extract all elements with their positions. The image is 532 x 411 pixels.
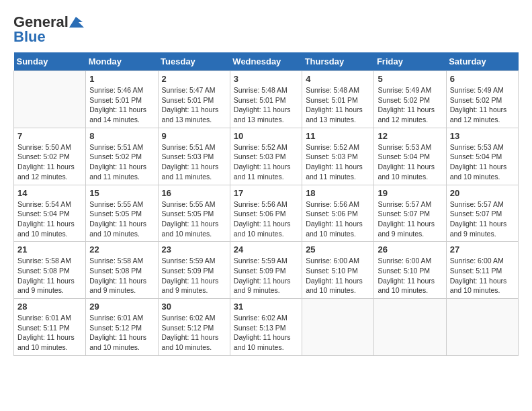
calendar-week-row: 1Sunrise: 5:46 AM Sunset: 5:01 PM Daylig… <box>14 71 519 128</box>
day-info: Sunrise: 5:56 AM Sunset: 5:06 PM Dayligh… <box>234 199 298 239</box>
day-info: Sunrise: 5:54 AM Sunset: 5:04 PM Dayligh… <box>17 199 82 239</box>
day-number: 26 <box>378 244 442 255</box>
day-number: 24 <box>234 244 298 255</box>
calendar-day-cell: 21Sunrise: 5:58 AM Sunset: 5:08 PM Dayli… <box>14 242 86 299</box>
svg-marker-0 <box>69 17 84 28</box>
calendar-day-cell: 28Sunrise: 6:01 AM Sunset: 5:11 PM Dayli… <box>14 299 86 356</box>
calendar-day-cell: 8Sunrise: 5:51 AM Sunset: 5:02 PM Daylig… <box>86 128 158 185</box>
day-info: Sunrise: 6:01 AM Sunset: 5:12 PM Dayligh… <box>89 313 154 353</box>
calendar-day-cell: 10Sunrise: 5:52 AM Sunset: 5:03 PM Dayli… <box>230 128 302 185</box>
calendar-day-cell: 24Sunrise: 5:59 AM Sunset: 5:09 PM Dayli… <box>230 242 302 299</box>
day-info: Sunrise: 5:51 AM Sunset: 5:03 PM Dayligh… <box>162 142 226 182</box>
day-number: 25 <box>306 244 370 255</box>
day-number: 9 <box>162 131 226 141</box>
weekday-header-cell: Monday <box>86 52 158 71</box>
day-number: 7 <box>17 131 82 141</box>
day-number: 31 <box>234 302 298 312</box>
calendar-day-cell: 5Sunrise: 5:49 AM Sunset: 5:02 PM Daylig… <box>374 71 446 128</box>
day-info: Sunrise: 5:50 AM Sunset: 5:02 PM Dayligh… <box>17 142 82 182</box>
calendar-day-cell <box>374 299 446 356</box>
day-info: Sunrise: 5:53 AM Sunset: 5:04 PM Dayligh… <box>378 142 442 182</box>
day-info: Sunrise: 5:51 AM Sunset: 5:02 PM Dayligh… <box>89 142 154 182</box>
day-number: 19 <box>378 188 442 198</box>
logo-blue: Blue <box>13 28 46 46</box>
page-header: General Blue <box>13 13 519 46</box>
calendar-day-cell: 30Sunrise: 6:02 AM Sunset: 5:12 PM Dayli… <box>158 299 230 356</box>
weekday-header-cell: Friday <box>374 52 446 71</box>
day-number: 15 <box>89 188 154 198</box>
day-info: Sunrise: 5:58 AM Sunset: 5:08 PM Dayligh… <box>89 256 154 295</box>
day-number: 10 <box>234 131 298 141</box>
calendar-day-cell <box>14 71 86 128</box>
calendar-table: SundayMondayTuesdayWednesdayThursdayFrid… <box>13 52 519 356</box>
day-info: Sunrise: 5:57 AM Sunset: 5:07 PM Dayligh… <box>378 199 442 239</box>
calendar-week-row: 7Sunrise: 5:50 AM Sunset: 5:02 PM Daylig… <box>14 128 519 185</box>
calendar-day-cell: 13Sunrise: 5:53 AM Sunset: 5:04 PM Dayli… <box>446 128 518 185</box>
calendar-week-row: 28Sunrise: 6:01 AM Sunset: 5:11 PM Dayli… <box>14 299 519 356</box>
day-number: 5 <box>378 74 442 84</box>
calendar-day-cell: 9Sunrise: 5:51 AM Sunset: 5:03 PM Daylig… <box>158 128 230 185</box>
day-number: 30 <box>162 302 226 312</box>
day-number: 1 <box>89 74 154 84</box>
calendar-day-cell: 29Sunrise: 6:01 AM Sunset: 5:12 PM Dayli… <box>86 299 158 356</box>
day-number: 4 <box>306 74 370 84</box>
day-info: Sunrise: 5:59 AM Sunset: 5:09 PM Dayligh… <box>234 256 298 295</box>
day-info: Sunrise: 5:52 AM Sunset: 5:03 PM Dayligh… <box>306 142 370 182</box>
day-number: 8 <box>89 131 154 141</box>
day-number: 6 <box>450 74 515 84</box>
calendar-day-cell: 6Sunrise: 5:49 AM Sunset: 5:02 PM Daylig… <box>446 71 518 128</box>
day-number: 3 <box>234 74 298 84</box>
calendar-day-cell: 4Sunrise: 5:48 AM Sunset: 5:01 PM Daylig… <box>302 71 374 128</box>
day-info: Sunrise: 6:02 AM Sunset: 5:13 PM Dayligh… <box>234 313 298 353</box>
day-number: 17 <box>234 188 298 198</box>
day-info: Sunrise: 6:00 AM Sunset: 5:10 PM Dayligh… <box>306 256 370 295</box>
day-info: Sunrise: 5:56 AM Sunset: 5:06 PM Dayligh… <box>306 199 370 239</box>
day-number: 29 <box>89 302 154 312</box>
calendar-day-cell: 12Sunrise: 5:53 AM Sunset: 5:04 PM Dayli… <box>374 128 446 185</box>
day-info: Sunrise: 6:02 AM Sunset: 5:12 PM Dayligh… <box>162 313 226 353</box>
calendar-body: 1Sunrise: 5:46 AM Sunset: 5:01 PM Daylig… <box>14 71 519 356</box>
day-number: 11 <box>306 131 370 141</box>
day-info: Sunrise: 5:57 AM Sunset: 5:07 PM Dayligh… <box>450 199 515 239</box>
day-info: Sunrise: 5:59 AM Sunset: 5:09 PM Dayligh… <box>162 256 226 295</box>
calendar-day-cell: 11Sunrise: 5:52 AM Sunset: 5:03 PM Dayli… <box>302 128 374 185</box>
calendar-day-cell: 17Sunrise: 5:56 AM Sunset: 5:06 PM Dayli… <box>230 185 302 242</box>
day-info: Sunrise: 6:00 AM Sunset: 5:11 PM Dayligh… <box>450 256 515 295</box>
day-number: 16 <box>162 188 226 198</box>
day-info: Sunrise: 5:49 AM Sunset: 5:02 PM Dayligh… <box>378 85 442 125</box>
calendar-day-cell: 22Sunrise: 5:58 AM Sunset: 5:08 PM Dayli… <box>86 242 158 299</box>
day-number: 28 <box>17 302 82 312</box>
calendar-day-cell: 16Sunrise: 5:55 AM Sunset: 5:05 PM Dayli… <box>158 185 230 242</box>
day-number: 21 <box>17 244 82 255</box>
calendar-day-cell: 18Sunrise: 5:56 AM Sunset: 5:06 PM Dayli… <box>302 185 374 242</box>
day-number: 13 <box>450 131 515 141</box>
calendar-day-cell: 27Sunrise: 6:00 AM Sunset: 5:11 PM Dayli… <box>446 242 518 299</box>
day-info: Sunrise: 5:47 AM Sunset: 5:01 PM Dayligh… <box>162 85 226 125</box>
day-info: Sunrise: 5:53 AM Sunset: 5:04 PM Dayligh… <box>450 142 515 182</box>
calendar-day-cell <box>446 299 518 356</box>
day-number: 20 <box>450 188 515 198</box>
calendar-week-row: 21Sunrise: 5:58 AM Sunset: 5:08 PM Dayli… <box>14 242 519 299</box>
day-number: 27 <box>450 244 515 255</box>
calendar-day-cell: 20Sunrise: 5:57 AM Sunset: 5:07 PM Dayli… <box>446 185 518 242</box>
day-info: Sunrise: 5:49 AM Sunset: 5:02 PM Dayligh… <box>450 85 515 125</box>
logo: General Blue <box>13 13 85 46</box>
day-info: Sunrise: 6:01 AM Sunset: 5:11 PM Dayligh… <box>17 313 82 353</box>
day-info: Sunrise: 5:48 AM Sunset: 5:01 PM Dayligh… <box>234 85 298 125</box>
calendar-day-cell: 2Sunrise: 5:47 AM Sunset: 5:01 PM Daylig… <box>158 71 230 128</box>
calendar-day-cell: 7Sunrise: 5:50 AM Sunset: 5:02 PM Daylig… <box>14 128 86 185</box>
day-info: Sunrise: 5:52 AM Sunset: 5:03 PM Dayligh… <box>234 142 298 182</box>
calendar-day-cell: 19Sunrise: 5:57 AM Sunset: 5:07 PM Dayli… <box>374 185 446 242</box>
day-info: Sunrise: 6:00 AM Sunset: 5:10 PM Dayligh… <box>378 256 442 295</box>
logo-icon <box>69 17 84 28</box>
calendar-day-cell: 25Sunrise: 6:00 AM Sunset: 5:10 PM Dayli… <box>302 242 374 299</box>
calendar-day-cell <box>302 299 374 356</box>
calendar-day-cell: 14Sunrise: 5:54 AM Sunset: 5:04 PM Dayli… <box>14 185 86 242</box>
calendar-day-cell: 31Sunrise: 6:02 AM Sunset: 5:13 PM Dayli… <box>230 299 302 356</box>
day-number: 23 <box>162 244 226 255</box>
day-number: 22 <box>89 244 154 255</box>
day-info: Sunrise: 5:58 AM Sunset: 5:08 PM Dayligh… <box>17 256 82 295</box>
calendar-day-cell: 23Sunrise: 5:59 AM Sunset: 5:09 PM Dayli… <box>158 242 230 299</box>
calendar-day-cell: 26Sunrise: 6:00 AM Sunset: 5:10 PM Dayli… <box>374 242 446 299</box>
weekday-header-cell: Tuesday <box>158 52 230 71</box>
